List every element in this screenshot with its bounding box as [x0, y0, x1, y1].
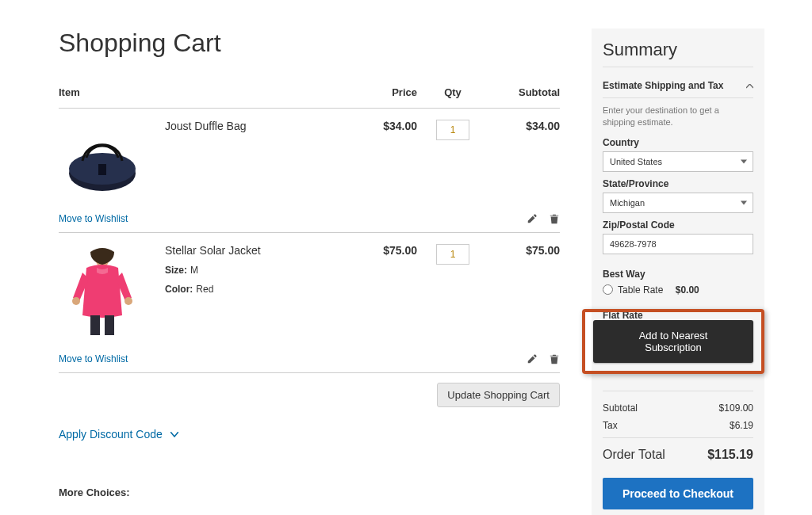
svg-point-4 — [72, 297, 80, 305]
col-price: Price — [346, 86, 417, 109]
qty-input[interactable] — [436, 120, 469, 140]
estimate-toggle[interactable]: Estimate Shipping and Tax — [603, 80, 753, 98]
summary-title: Summary — [603, 40, 753, 67]
update-cart-button[interactable]: Update Shopping Cart — [437, 383, 560, 407]
product-attr: Color:Red — [165, 284, 346, 295]
zip-label: Zip/Postal Code — [603, 219, 753, 231]
chevron-up-icon — [746, 80, 753, 91]
subtotal-value: $109.00 — [719, 402, 753, 414]
tax-value: $6.19 — [730, 420, 753, 431]
edit-icon[interactable] — [527, 353, 538, 364]
col-item: Item — [59, 86, 346, 109]
product-attr: Size:M — [165, 265, 346, 276]
svg-rect-6 — [90, 315, 100, 335]
order-total-label: Order Total — [603, 448, 665, 462]
table-row: Stellar Solar Jacket Size:M Color:Red $7… — [59, 233, 560, 340]
shipping-radio[interactable] — [603, 284, 613, 295]
order-total-value: $115.19 — [707, 448, 753, 462]
more-choices-heading: More Choices: — [59, 486, 560, 498]
product-price: $75.00 — [346, 233, 417, 340]
summary-panel: Summary Estimate Shipping and Tax Enter … — [592, 29, 764, 515]
product-image[interactable] — [59, 233, 162, 340]
qty-input[interactable] — [436, 244, 469, 265]
col-subtotal: Subtotal — [488, 86, 560, 109]
edit-icon[interactable] — [527, 213, 538, 224]
state-select[interactable]: Michigan — [603, 193, 753, 213]
tax-label: Tax — [603, 420, 618, 431]
product-name[interactable]: Stellar Solar Jacket — [165, 244, 346, 257]
wishlist-link[interactable]: Move to Wishlist — [59, 353, 128, 364]
product-price: $34.00 — [346, 109, 417, 200]
checkout-button[interactable]: Proceed to Checkout — [603, 478, 753, 509]
delete-icon[interactable] — [549, 353, 560, 364]
page-title: Shopping Cart — [59, 29, 560, 58]
svg-rect-2 — [98, 164, 106, 175]
chevron-down-icon — [170, 427, 178, 440]
add-to-subscription-highlight: Add to Nearest Subscription — [582, 309, 764, 374]
svg-rect-7 — [105, 315, 114, 335]
delete-icon[interactable] — [549, 213, 560, 224]
table-row: Joust Duffle Bag $34.00 $34.00 — [59, 109, 560, 200]
country-select[interactable]: United States — [603, 151, 753, 172]
product-name[interactable]: Joust Duffle Bag — [165, 120, 346, 132]
estimate-hint: Enter your destination to get a shipping… — [603, 105, 753, 129]
product-subtotal: $34.00 — [488, 109, 560, 200]
zip-input[interactable] — [603, 234, 753, 254]
discount-toggle[interactable]: Apply Discount Code — [59, 428, 560, 441]
wishlist-link[interactable]: Move to Wishlist — [59, 213, 128, 224]
cart-table: Item Price Qty Subtotal — [59, 86, 560, 373]
product-subtotal: $75.00 — [488, 233, 560, 340]
add-to-subscription-button[interactable]: Add to Nearest Subscription — [593, 320, 753, 363]
svg-point-5 — [124, 297, 132, 305]
shipping-option[interactable]: Table Rate $0.00 — [603, 284, 753, 296]
state-label: State/Province — [603, 178, 753, 189]
subtotal-label: Subtotal — [603, 402, 638, 414]
product-image[interactable] — [59, 109, 162, 200]
shipping-method-title: Best Way — [603, 269, 753, 280]
country-label: Country — [603, 137, 753, 148]
col-qty: Qty — [417, 86, 488, 109]
